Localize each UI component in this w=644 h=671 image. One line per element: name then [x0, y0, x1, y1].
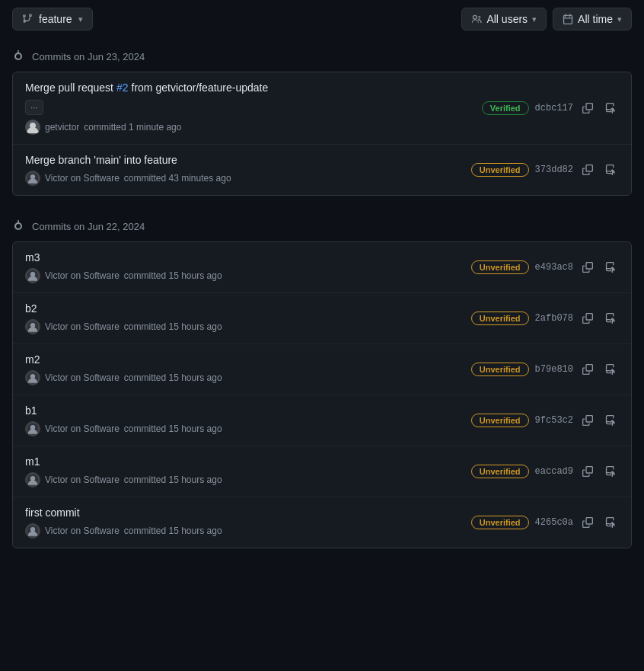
- commit-hash: e493ac8: [535, 262, 573, 273]
- commit-meta: Victor on Software committed 43 minutes …: [25, 171, 462, 186]
- commit-title: first commit: [25, 506, 462, 519]
- commit-hash: dcbc117: [535, 103, 573, 113]
- commit-item: m1 Victor on Software committed 15 hours…: [13, 446, 631, 497]
- copy-hash-button[interactable]: [579, 312, 596, 325]
- browse-files-button[interactable]: [602, 363, 619, 376]
- commit-title: b2: [25, 302, 462, 315]
- commit-title-text: b1: [25, 404, 37, 417]
- verification-badge: Unverified: [471, 312, 529, 325]
- avatar: [25, 120, 40, 135]
- browse-files-button[interactable]: [602, 414, 619, 427]
- expand-message-button[interactable]: ···: [25, 100, 43, 115]
- date-label: Commits on Jun 23, 2024: [32, 51, 145, 62]
- commit-left: b2 Victor on Software committed 15 hours…: [25, 302, 462, 334]
- commit-right: Unverified e493ac8: [471, 260, 619, 274]
- branch-label: feature: [39, 13, 72, 25]
- copy-hash-button[interactable]: [579, 516, 596, 529]
- commit-title: m1: [25, 455, 462, 468]
- commit-left: b1 Victor on Software committed 15 hours…: [25, 404, 462, 436]
- verification-badge: Unverified: [471, 163, 529, 177]
- commit-left: Merge branch 'main' into feature Victor …: [25, 154, 462, 186]
- commit-time: committed 43 minutes ago: [124, 173, 231, 184]
- commit-author: Victor on Software: [45, 321, 120, 332]
- commit-title-text: Merge branch 'main' into feature: [25, 154, 177, 166]
- svg-point-5: [15, 223, 21, 229]
- commit-item: b2 Victor on Software committed 15 hours…: [13, 293, 631, 344]
- svg-point-12: [30, 374, 35, 379]
- commit-title: m3: [25, 251, 462, 264]
- commit-item: first commit Victor on Software committe…: [13, 497, 631, 548]
- avatar: [25, 421, 40, 436]
- copy-hash-button[interactable]: [579, 260, 596, 274]
- verification-badge: Verified: [482, 101, 529, 115]
- commit-time: committed 15 hours ago: [124, 526, 222, 536]
- copy-hash-button[interactable]: [579, 465, 596, 478]
- commit-meta: Victor on Software committed 15 hours ag…: [25, 268, 462, 283]
- all-users-filter[interactable]: All users ▾: [461, 8, 547, 30]
- avatar: [25, 472, 40, 487]
- commit-right: Unverified 2afb078: [471, 312, 619, 325]
- all-time-filter[interactable]: All time ▾: [553, 8, 632, 30]
- commit-item: m3 Victor on Software committed 15 hours…: [13, 242, 631, 293]
- verification-badge: Unverified: [471, 516, 529, 529]
- svg-point-0: [15, 53, 21, 59]
- verification-badge: Unverified: [471, 363, 529, 376]
- commit-author: Victor on Software: [45, 474, 120, 485]
- commit-title-text: m3: [25, 251, 40, 264]
- commit-meta: Victor on Software committed 15 hours ag…: [25, 421, 462, 436]
- browse-files-button[interactable]: [602, 163, 619, 177]
- commit-item: Merge branch 'main' into feature Victor …: [13, 145, 631, 195]
- verification-badge: Unverified: [471, 414, 529, 427]
- commit-author: Victor on Software: [45, 270, 120, 281]
- commit-right: Unverified 373dd82: [471, 163, 619, 177]
- commit-title-prefix: Merge pull request: [25, 81, 113, 94]
- commit-hash: 4265c0a: [535, 517, 573, 528]
- svg-point-10: [30, 323, 35, 328]
- commit-group-0: Commits on Jun 23, 2024 Merge pull reque…: [0, 38, 644, 196]
- commit-meta: getvictor committed 1 minute ago: [25, 120, 473, 135]
- commit-right: Unverified eaccad9: [471, 465, 619, 478]
- browse-files-button[interactable]: [602, 101, 619, 115]
- commit-time: committed 15 hours ago: [124, 270, 222, 281]
- verification-badge: Unverified: [471, 260, 529, 274]
- svg-point-8: [30, 272, 35, 276]
- commit-author: Victor on Software: [45, 173, 120, 184]
- browse-files-button[interactable]: [602, 312, 619, 325]
- commit-title-text: first commit: [25, 506, 80, 519]
- commit-left: m1 Victor on Software committed 15 hours…: [25, 455, 462, 487]
- browse-files-button[interactable]: [602, 516, 619, 529]
- avatar: [25, 171, 40, 186]
- copy-hash-button[interactable]: [579, 363, 596, 376]
- commit-item: Merge pull request #2 from getvictor/fea…: [13, 72, 631, 145]
- commit-time: committed 15 hours ago: [124, 474, 222, 485]
- browse-files-button[interactable]: [602, 465, 619, 478]
- commit-item: m2 Victor on Software committed 15 hours…: [13, 344, 631, 395]
- commit-right: Unverified 4265c0a: [471, 516, 619, 529]
- copy-hash-button[interactable]: [579, 163, 596, 177]
- commit-hash: eaccad9: [535, 466, 573, 477]
- copy-hash-button[interactable]: [579, 101, 596, 115]
- commit-author: Victor on Software: [45, 423, 120, 434]
- copy-hash-button[interactable]: [579, 414, 596, 427]
- avatar: [25, 370, 40, 385]
- timeline-dot-icon: [12, 50, 24, 62]
- commit-left: m3 Victor on Software committed 15 hours…: [25, 251, 462, 283]
- commit-title-suffix: from getvictor/feature-update: [132, 81, 269, 94]
- filter-group: All users ▾ All time ▾: [461, 8, 632, 30]
- commit-title-text: m1: [25, 455, 40, 468]
- commit-meta: Victor on Software committed 15 hours ag…: [25, 370, 462, 385]
- all-users-label: All users: [486, 13, 528, 25]
- verification-badge: Unverified: [471, 465, 529, 478]
- date-label: Commits on Jun 22, 2024: [32, 221, 145, 232]
- top-bar: feature ▾ All users ▾ All time ▾: [0, 0, 644, 38]
- commit-left: first commit Victor on Software committe…: [25, 506, 462, 538]
- branch-icon: [22, 14, 33, 24]
- commit-right: Verified dcbc117: [482, 101, 619, 115]
- users-icon: [471, 14, 482, 24]
- commit-title: Merge branch 'main' into feature: [25, 154, 462, 166]
- branch-selector[interactable]: feature ▾: [12, 8, 93, 30]
- browse-files-button[interactable]: [602, 260, 619, 274]
- commit-card-0: Merge pull request #2 from getvictor/fea…: [12, 72, 632, 196]
- commit-link[interactable]: #2: [116, 81, 129, 94]
- timeline-dot-icon: [12, 220, 24, 232]
